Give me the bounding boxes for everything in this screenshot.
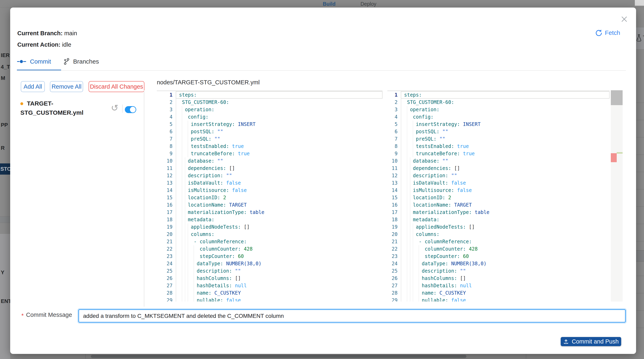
- commit-message-label: Commit Message: [26, 311, 72, 318]
- close-icon[interactable]: [621, 16, 629, 24]
- code-line: 6 postSQL: "": [157, 128, 382, 135]
- commit-icon: [17, 59, 26, 64]
- code-line: 15 locationID: 2: [388, 194, 610, 201]
- diff-pane-left[interactable]: 1steps:2 STG_CUSTOMER-60:3 operation:4 c…: [157, 90, 382, 301]
- required-asterisk: *: [22, 312, 24, 319]
- background-sidebar-item: Y: [1, 269, 4, 276]
- code-line: 5 insertStrategy: INSERT: [157, 121, 382, 128]
- tab-commit-label: Commit: [30, 58, 51, 65]
- background-horizontal-scrollbar-thumb: [91, 355, 466, 358]
- current-branch: Current Branch: main: [17, 30, 77, 37]
- code-line: 4 config:: [157, 113, 382, 121]
- background-sidebar-item: ENT: [1, 298, 10, 304]
- background-right-dark-band: [636, 250, 644, 262]
- diff-overview-ruler[interactable]: [611, 90, 622, 301]
- background-sidebar-item: 4_TOT: [1, 64, 10, 70]
- branch-icon: [64, 58, 70, 65]
- modified-dot-icon: [20, 102, 23, 105]
- background-scrollbar-edge-right: [526, 354, 526, 358]
- background-left-lower-panel: [0, 234, 10, 359]
- current-action: Current Action: idle: [17, 41, 71, 48]
- background-left-sidebar: IER4_TOTMPPRSTOMYENT: [0, 8, 10, 359]
- background-sidebar-item: IER: [1, 52, 10, 59]
- code-line: 16 locationName: TARGET: [157, 201, 382, 209]
- code-line: 23 stepCounter: 60: [157, 253, 382, 260]
- current-branch-label: Current Branch:: [17, 30, 62, 37]
- code-line: 7 preSQL: "": [388, 135, 610, 143]
- code-line: 3 operation:: [157, 106, 382, 113]
- add-all-button[interactable]: Add All: [21, 81, 45, 92]
- code-line: 14 isMultisource: false: [388, 187, 610, 194]
- changed-file-name: TARGET-STG_CUSTOMER.yml: [20, 100, 84, 116]
- background-sidebar-item: PP: [1, 122, 8, 128]
- background-right-panel: [636, 8, 644, 359]
- code-line: 29 nullable: false: [388, 297, 610, 301]
- background-left-section-band: [0, 216, 10, 223]
- code-line: 14 isMultisource: false: [157, 187, 382, 194]
- code-line: 19 appliedNodeTests: []: [157, 223, 382, 231]
- code-line: 26 hashColumns: []: [157, 275, 382, 282]
- background-sidebar-item: R: [1, 145, 5, 151]
- code-line: 28 name: C_CUSTKEY: [157, 289, 382, 297]
- code-line: 25 description: "": [388, 267, 610, 275]
- code-line: 24 dataType: NUMBER(38,0): [157, 260, 382, 267]
- code-line: 25 description: "": [157, 267, 382, 275]
- fetch-label: Fetch: [605, 29, 620, 36]
- code-line: 2 STG_CUSTOMER-60:: [157, 99, 382, 106]
- code-line: 4 config:: [388, 113, 610, 121]
- code-line: 19 appliedNodeTests: []: [388, 223, 610, 231]
- code-line: 3 operation:: [388, 106, 610, 113]
- background-table-rows: [636, 86, 644, 344]
- code-line: 22 columnCounter: 428: [388, 245, 610, 253]
- commit-message-input[interactable]: [78, 309, 626, 322]
- discard-all-changes-button[interactable]: Discard All Changes: [88, 81, 144, 92]
- code-line: 18 metadata:: [388, 216, 610, 223]
- tab-branches[interactable]: Branches: [64, 58, 99, 65]
- tabs-divider: [17, 70, 626, 71]
- tab-commit[interactable]: Commit: [17, 58, 51, 65]
- current-action-value: idle: [62, 41, 71, 48]
- diff-insertion-marker: [617, 152, 622, 154]
- code-line: 11 dependencies: []: [157, 165, 382, 172]
- diff-scrollbar-thumb[interactable]: [611, 90, 622, 105]
- remove-all-button[interactable]: Remove All: [50, 81, 83, 92]
- commit-and-push-button[interactable]: Commit and Push: [561, 337, 621, 346]
- code-line: 9 truncateBefore: true: [388, 150, 610, 157]
- code-line: 20 columns:: [157, 231, 382, 238]
- background-sidebar-item: M: [1, 75, 5, 81]
- code-line: 1steps:: [388, 91, 610, 99]
- code-line: 10 database: "": [388, 157, 610, 165]
- diff-view: 1steps:2 STG_CUSTOMER-60:3 operation:4 c…: [157, 90, 623, 301]
- file-list-divider: [144, 90, 144, 307]
- diff-pane-right[interactable]: 1steps:2 STG_CUSTOMER-60:3 operation:4 c…: [388, 90, 610, 301]
- diff-deletion-marker: [611, 153, 617, 162]
- code-line: 13 isDataVault: false: [388, 179, 610, 187]
- code-line: 26 hashColumns: []: [388, 275, 610, 282]
- toggle-knob: [130, 107, 136, 113]
- code-line: 8 testsEnabled: true: [157, 143, 382, 150]
- stage-file-toggle[interactable]: [125, 106, 136, 113]
- code-line: 13 isDataVault: false: [157, 179, 382, 187]
- background-tab-deploy: Deploy: [360, 1, 376, 7]
- code-line: 1steps:: [157, 91, 382, 99]
- code-line: 8 testsEnabled: true: [388, 143, 610, 150]
- code-line: 27 hashDetails: null: [157, 282, 382, 289]
- background-topbar: Build Deploy: [0, 0, 644, 8]
- code-line: 22 columnCounter: 428: [157, 245, 382, 253]
- code-line: 18 metadata:: [157, 216, 382, 223]
- code-line: 2 STG_CUSTOMER-60:: [388, 99, 610, 106]
- undo-changes-icon[interactable]: ↺: [110, 103, 119, 113]
- tab-branches-label: Branches: [73, 58, 99, 65]
- background-sidebar-item-selected: STOM: [0, 163, 10, 175]
- code-line: 7 preSQL: "": [157, 135, 382, 143]
- code-line: 27 hashDetails: null: [388, 282, 610, 289]
- background-flask-label: T: [643, 35, 644, 41]
- code-line: 20 columns:: [388, 231, 610, 238]
- upload-icon: [563, 339, 569, 344]
- code-line: 12 description: "": [157, 172, 382, 179]
- code-line: 11 dependencies: []: [388, 165, 610, 172]
- code-line: 17 materializationType: table: [157, 209, 382, 216]
- code-line: 9 truncateBefore: true: [157, 150, 382, 157]
- fetch-button[interactable]: Fetch: [595, 29, 620, 37]
- changed-file-item[interactable]: TARGET-STG_CUSTOMER.yml: [20, 99, 108, 117]
